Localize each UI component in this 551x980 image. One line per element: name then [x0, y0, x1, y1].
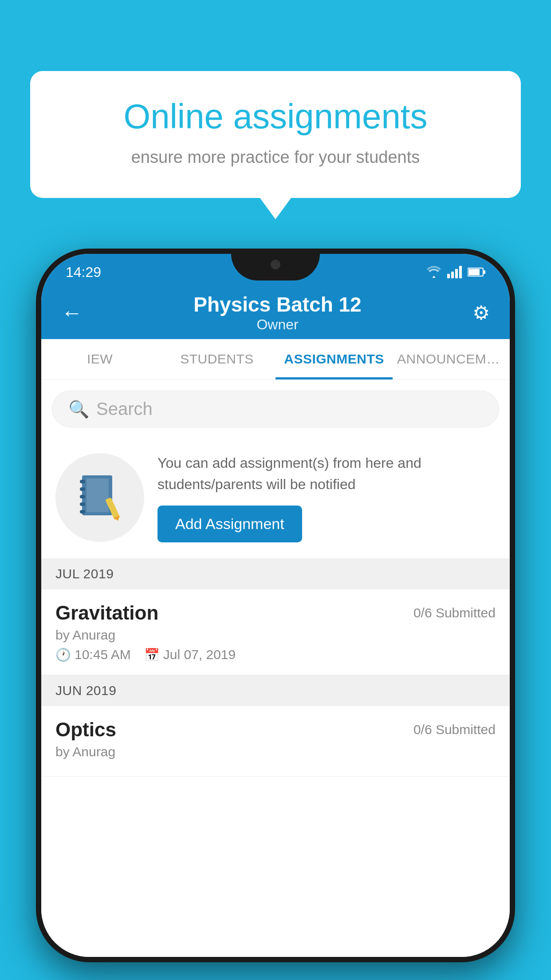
- svg-rect-0: [447, 274, 450, 278]
- signal-icon: [447, 266, 462, 278]
- svg-rect-1: [451, 272, 454, 278]
- tab-bar: IEW STUDENTS ASSIGNMENTS ANNOUNCEMENTS: [41, 339, 510, 380]
- svg-rect-3: [459, 266, 462, 278]
- section-header-jul: JUL 2019: [41, 558, 510, 589]
- status-time: 14:29: [66, 264, 101, 281]
- tab-assignments[interactable]: ASSIGNMENTS: [276, 339, 393, 379]
- phone-inner: 14:29: [41, 254, 510, 957]
- assignment-name-optics: Optics: [55, 719, 116, 741]
- svg-rect-2: [455, 269, 458, 278]
- tab-students[interactable]: STUDENTS: [158, 339, 276, 379]
- camera-dot: [271, 260, 280, 269]
- svg-rect-8: [80, 480, 85, 483]
- svg-rect-9: [80, 487, 85, 491]
- phone-notch: [231, 249, 320, 281]
- speech-bubble-container: Online assignments ensure more practice …: [30, 71, 521, 198]
- assignment-meta-row-gravitation: 🕐 10:45 AM 📅 Jul 07, 2019: [55, 647, 496, 662]
- search-icon: 🔍: [68, 399, 89, 419]
- speech-bubble-subtitle: ensure more practice for your students: [61, 146, 490, 169]
- search-placeholder: Search: [96, 399, 153, 419]
- svg-rect-5: [468, 269, 480, 275]
- assignment-author-optics: by Anurag: [55, 744, 496, 759]
- svg-rect-12: [80, 510, 85, 514]
- nav-title: Physics Batch 12: [83, 292, 472, 316]
- back-button[interactable]: ←: [61, 300, 83, 325]
- nav-title-container: Physics Batch 12 Owner: [83, 292, 472, 333]
- screen-content: 🔍 Search: [41, 380, 510, 957]
- svg-rect-11: [80, 502, 85, 506]
- settings-icon[interactable]: ⚙: [472, 301, 490, 324]
- search-container: 🔍 Search: [41, 380, 510, 436]
- prompt-content: You can add assignment(s) from here and …: [157, 452, 496, 542]
- assignment-time-gravitation: 🕐 10:45 AM: [55, 647, 131, 662]
- speech-bubble: Online assignments ensure more practice …: [30, 71, 521, 198]
- phone-frame: 14:29: [36, 249, 515, 962]
- top-nav: ← Physics Batch 12 Owner ⚙: [41, 286, 510, 339]
- svg-rect-13: [87, 478, 109, 512]
- svg-rect-10: [80, 495, 85, 498]
- add-assignment-button[interactable]: Add Assignment: [157, 506, 302, 542]
- add-assignment-prompt: You can add assignment(s) from here and …: [41, 436, 510, 558]
- speech-bubble-title: Online assignments: [61, 98, 490, 136]
- calendar-icon: 📅: [144, 648, 160, 662]
- prompt-text: You can add assignment(s) from here and …: [157, 452, 496, 495]
- section-header-jun: JUN 2019: [41, 675, 510, 706]
- nav-subtitle: Owner: [83, 316, 472, 333]
- assignment-item-optics[interactable]: Optics 0/6 Submitted by Anurag: [41, 706, 510, 777]
- notebook-icon: [78, 473, 122, 522]
- clock-icon: 🕐: [55, 648, 71, 662]
- phone-container: 14:29: [36, 249, 515, 962]
- submitted-count-optics: 0/6 Submitted: [413, 722, 496, 737]
- assignment-top-row: Gravitation 0/6 Submitted: [55, 602, 496, 624]
- tab-announcements[interactable]: ANNOUNCEMENTS: [393, 339, 510, 379]
- assignment-item-gravitation[interactable]: Gravitation 0/6 Submitted by Anurag 🕐 10…: [41, 589, 510, 675]
- svg-rect-6: [484, 270, 485, 274]
- battery-icon: [468, 267, 485, 277]
- tab-iew[interactable]: IEW: [41, 339, 158, 379]
- assignment-top-row-optics: Optics 0/6 Submitted: [55, 719, 496, 741]
- status-icons: [426, 266, 485, 278]
- assignment-name-gravitation: Gravitation: [55, 602, 158, 624]
- assignment-date-gravitation: 📅 Jul 07, 2019: [144, 647, 236, 662]
- wifi-icon: [426, 266, 442, 278]
- search-bar[interactable]: 🔍 Search: [52, 391, 499, 427]
- assignment-icon-circle: [55, 453, 144, 542]
- assignment-author-gravitation: by Anurag: [55, 628, 496, 643]
- submitted-count-gravitation: 0/6 Submitted: [413, 605, 496, 620]
